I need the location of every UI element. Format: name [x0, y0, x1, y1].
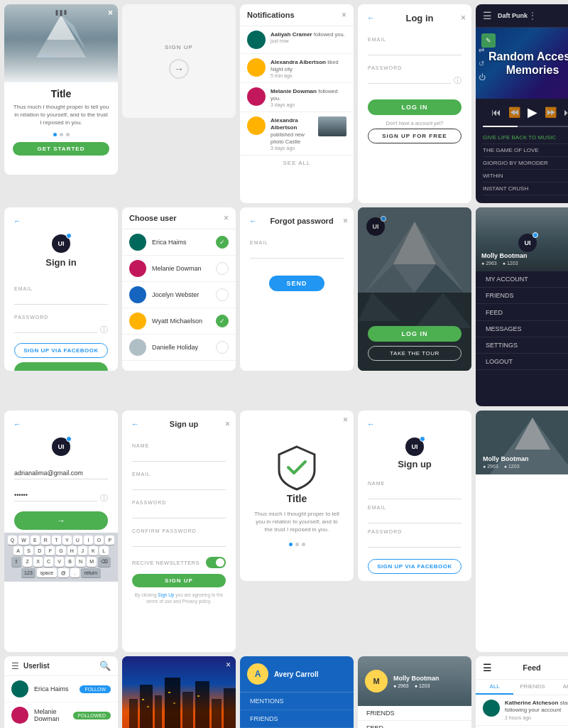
back-arrow-icon[interactable]: ← [128, 416, 143, 432]
back-arrow-icon[interactable]: ← [246, 213, 261, 229]
forgot-email-input[interactable] [250, 246, 344, 259]
profile-nav-photo[interactable]: PHOTO [476, 524, 568, 540]
signup-button[interactable]: SIGN UP [132, 574, 226, 587]
key-s[interactable]: S [24, 546, 33, 555]
menu-icon[interactable]: ☰ [483, 662, 492, 673]
key-f[interactable]: F [45, 546, 55, 555]
signup2-password-input[interactable] [368, 536, 462, 548]
key-v[interactable]: V [55, 557, 64, 567]
key-at[interactable]: @ [58, 568, 69, 577]
signin-email-input[interactable] [14, 293, 108, 305]
profile-light-feed[interactable]: FEED [358, 721, 471, 728]
password-input[interactable] [368, 72, 451, 84]
check-3[interactable] [216, 288, 229, 301]
key-h[interactable]: H [67, 546, 77, 555]
close-icon[interactable]: × [342, 10, 346, 20]
key-d[interactable]: D [35, 546, 44, 555]
back-arrow-icon[interactable]: ← [10, 213, 25, 229]
feed-tab-all[interactable]: ALL [476, 680, 513, 695]
key-123[interactable]: 123 [21, 568, 36, 577]
signin-password-input[interactable] [14, 321, 97, 333]
email-input[interactable] [368, 43, 462, 55]
follow-btn-1[interactable]: FOLLOW [80, 685, 111, 693]
key-o[interactable]: O [94, 536, 104, 545]
nav-item-messages[interactable]: MESSAGES 2 [476, 321, 568, 337]
key-i[interactable]: I [84, 536, 93, 545]
check-5[interactable] [216, 341, 229, 354]
facebook-signup-button[interactable]: SIGN UP VIA FACEBOOK [14, 343, 108, 358]
signup2-email-input[interactable] [368, 511, 462, 523]
key-q[interactable]: Q [8, 536, 17, 545]
play-icon[interactable]: ▶ [528, 104, 537, 120]
key-shift[interactable]: ⇧ [11, 557, 21, 567]
key-r[interactable]: R [41, 536, 50, 545]
profile-nav-video[interactable]: VIDEO [476, 540, 568, 557]
key-z[interactable]: Z [23, 557, 32, 567]
close-icon[interactable]: × [225, 419, 230, 429]
power-icon[interactable]: ⏻ [479, 73, 486, 81]
avery-item-friends[interactable]: FRIENDS [240, 710, 354, 728]
track-item-1[interactable]: GIVE LIFE BACK TO MUSIC [483, 131, 568, 144]
avery-item-mentions[interactable]: MENTIONS [240, 692, 354, 710]
back-arrow-icon[interactable]: ← [364, 416, 378, 432]
confirm-input[interactable] [132, 535, 226, 547]
key-delete[interactable]: ⌫ [98, 557, 111, 567]
profile-nav-logout[interactable]: LOGOUT [476, 590, 568, 606]
close-icon[interactable]: × [343, 415, 348, 425]
repeat-icon[interactable]: ↺ [479, 60, 486, 67]
profile-nav-messages[interactable]: MESSAGES 2 [476, 573, 568, 590]
nav-item-logout[interactable]: LOGOUT [476, 354, 568, 370]
user-option-1[interactable]: Erica Haims ✓ [122, 229, 236, 256]
key-a[interactable]: A [13, 546, 23, 555]
user-option-4[interactable]: Wyatt Michaelson ✓ [122, 308, 236, 335]
search-icon[interactable]: 🔍 [99, 661, 111, 671]
follow-btn-2[interactable]: FOLLOWED [73, 712, 111, 719]
fast-forward-icon[interactable]: ⏩ [545, 107, 557, 118]
key-return[interactable]: return [81, 568, 101, 577]
next-icon[interactable]: ⏭ [564, 107, 568, 118]
see-all-button[interactable]: SEE ALL [240, 156, 354, 170]
key-y[interactable]: Y [62, 536, 72, 545]
key-x[interactable]: X [33, 557, 43, 567]
user-option-3[interactable]: Jocelyn Webster [122, 282, 236, 308]
more-icon[interactable]: ⋮ [528, 10, 537, 21]
key-m[interactable]: M [87, 557, 97, 567]
profile-light-friends[interactable]: FRIENDS [358, 706, 471, 721]
key-p[interactable]: P [105, 536, 114, 545]
shuffle-icon[interactable]: ⇄ [479, 46, 486, 54]
tour-button[interactable]: TAKE THE TOUR [368, 346, 462, 361]
track-item-3[interactable]: GIORGIO BY MORODER [483, 157, 568, 170]
login-button[interactable]: LOG IN [368, 99, 462, 115]
user-option-5[interactable]: Danielle Holiday [122, 335, 236, 361]
key-c[interactable]: C [44, 557, 53, 567]
close-icon[interactable]: × [224, 213, 229, 223]
close-icon[interactable]: × [108, 8, 113, 18]
nav-item-my-account[interactable]: MY ACCOUNT [476, 271, 568, 288]
nav-item-settings[interactable]: SETTINGS [476, 337, 568, 354]
get-started-button[interactable]: GET STARTED [13, 142, 109, 156]
key-u[interactable]: U [73, 536, 82, 545]
email-input[interactable] [132, 478, 226, 490]
name-input[interactable] [132, 450, 226, 462]
profile-nav-feed[interactable]: FEED ▾ [476, 507, 568, 524]
key-l[interactable]: L [99, 546, 109, 555]
check-2[interactable] [216, 262, 229, 275]
close-icon[interactable]: × [226, 660, 231, 670]
key-dot[interactable]: . [70, 568, 80, 577]
user-option-2[interactable]: Melanie Dowman [122, 256, 236, 282]
signup2-fb-button[interactable]: SIGN UP VIA FACEBOOK [368, 559, 462, 574]
key-n[interactable]: N [76, 557, 85, 567]
login-button[interactable]: LOG IN [368, 326, 462, 342]
key-w[interactable]: W [18, 536, 29, 545]
close-icon[interactable]: × [343, 216, 348, 226]
track-item-4[interactable]: WITHIN [483, 170, 568, 183]
profile-nav-friends[interactable]: FRIENDS [476, 491, 568, 507]
nav-item-friends[interactable]: FRIENDS [476, 288, 568, 304]
signin-arrow-button[interactable]: → [14, 362, 108, 371]
prev-icon[interactable]: ⏮ [491, 107, 501, 118]
signup2-name-input[interactable] [368, 487, 462, 499]
signup-free-button[interactable]: SIGN UP FOR FREE [368, 129, 462, 143]
profile-nav-my-account[interactable]: MY ACCOUNT [476, 474, 568, 491]
back-arrow-icon[interactable]: ← [10, 416, 25, 432]
email-input[interactable] [14, 467, 108, 479]
